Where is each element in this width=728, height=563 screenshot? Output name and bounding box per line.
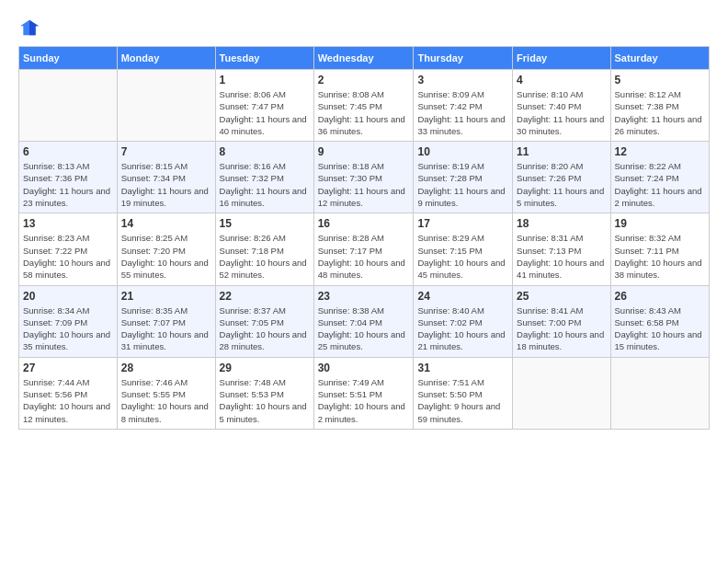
day-number: 8 <box>220 145 310 158</box>
day-info: Sunrise: 8:22 AM Sunset: 7:24 PM Dayligh… <box>615 160 705 209</box>
day-info: Sunrise: 8:26 AM Sunset: 7:18 PM Dayligh… <box>220 232 310 281</box>
day-number: 24 <box>417 290 508 303</box>
calendar-cell: 22Sunrise: 8:37 AM Sunset: 7:05 PM Dayli… <box>215 285 313 357</box>
day-number: 1 <box>220 74 310 86</box>
day-number: 16 <box>318 217 410 230</box>
day-info: Sunrise: 8:38 AM Sunset: 7:04 PM Dayligh… <box>318 304 410 353</box>
day-info: Sunrise: 8:29 AM Sunset: 7:15 PM Dayligh… <box>417 232 508 281</box>
day-info: Sunrise: 8:16 AM Sunset: 7:32 PM Dayligh… <box>220 160 310 209</box>
day-info: Sunrise: 8:20 AM Sunset: 7:26 PM Dayligh… <box>517 160 606 209</box>
day-info: Sunrise: 8:40 AM Sunset: 7:02 PM Dayligh… <box>417 304 508 353</box>
calendar-cell: 19Sunrise: 8:32 AM Sunset: 7:11 PM Dayli… <box>610 213 709 285</box>
day-info: Sunrise: 8:19 AM Sunset: 7:28 PM Dayligh… <box>417 160 508 209</box>
day-number: 28 <box>121 362 211 374</box>
day-info: Sunrise: 7:51 AM Sunset: 5:50 PM Dayligh… <box>417 376 508 425</box>
day-info: Sunrise: 8:13 AM Sunset: 7:36 PM Dayligh… <box>23 160 113 209</box>
day-number: 10 <box>417 145 508 158</box>
calendar-cell: 17Sunrise: 8:29 AM Sunset: 7:15 PM Dayli… <box>414 213 513 285</box>
day-number: 13 <box>23 217 113 230</box>
calendar-cell <box>610 357 709 429</box>
calendar-cell: 20Sunrise: 8:34 AM Sunset: 7:09 PM Dayli… <box>19 285 118 357</box>
calendar-cell: 15Sunrise: 8:26 AM Sunset: 7:18 PM Dayli… <box>215 213 313 285</box>
calendar-week-row: 13Sunrise: 8:23 AM Sunset: 7:22 PM Dayli… <box>19 213 710 285</box>
day-info: Sunrise: 7:44 AM Sunset: 5:56 PM Dayligh… <box>23 376 113 425</box>
calendar-week-row: 1Sunrise: 8:06 AM Sunset: 7:47 PM Daylig… <box>19 70 710 142</box>
calendar-cell: 18Sunrise: 8:31 AM Sunset: 7:13 PM Dayli… <box>513 213 610 285</box>
header-row: SundayMondayTuesdayWednesdayThursdayFrid… <box>19 47 710 70</box>
page-header <box>18 18 710 37</box>
day-number: 23 <box>318 290 410 303</box>
day-info: Sunrise: 8:09 AM Sunset: 7:42 PM Dayligh… <box>417 88 508 137</box>
calendar-cell: 14Sunrise: 8:25 AM Sunset: 7:20 PM Dayli… <box>117 213 215 285</box>
calendar-table: SundayMondayTuesdayWednesdayThursdayFrid… <box>18 46 710 430</box>
day-info: Sunrise: 8:08 AM Sunset: 7:45 PM Dayligh… <box>318 88 410 137</box>
day-number: 15 <box>220 217 310 230</box>
calendar-cell: 1Sunrise: 8:06 AM Sunset: 7:47 PM Daylig… <box>215 70 313 142</box>
calendar-cell: 3Sunrise: 8:09 AM Sunset: 7:42 PM Daylig… <box>414 70 513 142</box>
calendar-cell: 23Sunrise: 8:38 AM Sunset: 7:04 PM Dayli… <box>313 285 414 357</box>
weekday-header: Wednesday <box>313 47 414 70</box>
calendar-cell: 5Sunrise: 8:12 AM Sunset: 7:38 PM Daylig… <box>610 70 709 142</box>
day-number: 26 <box>615 290 705 303</box>
calendar-cell: 11Sunrise: 8:20 AM Sunset: 7:26 PM Dayli… <box>513 142 610 213</box>
day-number: 21 <box>121 290 211 303</box>
day-number: 9 <box>318 145 410 158</box>
calendar-cell <box>117 70 215 142</box>
calendar-cell: 4Sunrise: 8:10 AM Sunset: 7:40 PM Daylig… <box>513 70 610 142</box>
calendar-cell <box>19 70 118 142</box>
day-info: Sunrise: 8:15 AM Sunset: 7:34 PM Dayligh… <box>121 160 211 209</box>
logo-icon <box>18 18 40 37</box>
day-number: 3 <box>417 74 508 86</box>
calendar-cell: 8Sunrise: 8:16 AM Sunset: 7:32 PM Daylig… <box>215 142 313 213</box>
day-number: 29 <box>220 362 310 374</box>
calendar-cell: 27Sunrise: 7:44 AM Sunset: 5:56 PM Dayli… <box>19 357 118 429</box>
day-info: Sunrise: 8:25 AM Sunset: 7:20 PM Dayligh… <box>121 232 211 281</box>
day-number: 12 <box>615 145 705 158</box>
day-number: 11 <box>517 145 606 158</box>
day-number: 19 <box>615 217 705 230</box>
day-info: Sunrise: 8:28 AM Sunset: 7:17 PM Dayligh… <box>318 232 410 281</box>
day-info: Sunrise: 7:48 AM Sunset: 5:53 PM Dayligh… <box>220 376 310 425</box>
weekday-header: Monday <box>117 47 215 70</box>
calendar-cell: 25Sunrise: 8:41 AM Sunset: 7:00 PM Dayli… <box>513 285 610 357</box>
weekday-header: Saturday <box>610 47 709 70</box>
calendar-cell: 26Sunrise: 8:43 AM Sunset: 6:58 PM Dayli… <box>610 285 709 357</box>
day-info: Sunrise: 8:12 AM Sunset: 7:38 PM Dayligh… <box>615 88 705 137</box>
day-info: Sunrise: 7:49 AM Sunset: 5:51 PM Dayligh… <box>318 376 410 425</box>
logo <box>18 18 44 37</box>
day-number: 17 <box>417 217 508 230</box>
day-info: Sunrise: 8:34 AM Sunset: 7:09 PM Dayligh… <box>23 304 113 353</box>
day-number: 30 <box>318 362 410 374</box>
calendar-week-row: 20Sunrise: 8:34 AM Sunset: 7:09 PM Dayli… <box>19 285 710 357</box>
weekday-header: Friday <box>513 47 610 70</box>
calendar-week-row: 27Sunrise: 7:44 AM Sunset: 5:56 PM Dayli… <box>19 357 710 429</box>
day-info: Sunrise: 8:31 AM Sunset: 7:13 PM Dayligh… <box>517 232 606 281</box>
day-info: Sunrise: 8:06 AM Sunset: 7:47 PM Dayligh… <box>220 88 310 137</box>
calendar-cell: 30Sunrise: 7:49 AM Sunset: 5:51 PM Dayli… <box>313 357 414 429</box>
day-info: Sunrise: 8:35 AM Sunset: 7:07 PM Dayligh… <box>121 304 211 353</box>
weekday-header: Tuesday <box>215 47 313 70</box>
calendar-cell: 24Sunrise: 8:40 AM Sunset: 7:02 PM Dayli… <box>414 285 513 357</box>
calendar-cell: 29Sunrise: 7:48 AM Sunset: 5:53 PM Dayli… <box>215 357 313 429</box>
day-info: Sunrise: 8:43 AM Sunset: 6:58 PM Dayligh… <box>615 304 705 353</box>
day-info: Sunrise: 8:23 AM Sunset: 7:22 PM Dayligh… <box>23 232 113 281</box>
calendar-week-row: 6Sunrise: 8:13 AM Sunset: 7:36 PM Daylig… <box>19 142 710 213</box>
calendar-cell: 28Sunrise: 7:46 AM Sunset: 5:55 PM Dayli… <box>117 357 215 429</box>
calendar-cell: 10Sunrise: 8:19 AM Sunset: 7:28 PM Dayli… <box>414 142 513 213</box>
day-number: 20 <box>23 290 113 303</box>
weekday-header: Sunday <box>19 47 118 70</box>
calendar-cell <box>513 357 610 429</box>
weekday-header: Thursday <box>414 47 513 70</box>
calendar-cell: 9Sunrise: 8:18 AM Sunset: 7:30 PM Daylig… <box>313 142 414 213</box>
calendar-cell: 16Sunrise: 8:28 AM Sunset: 7:17 PM Dayli… <box>313 213 414 285</box>
day-number: 7 <box>121 145 211 158</box>
day-info: Sunrise: 8:41 AM Sunset: 7:00 PM Dayligh… <box>517 304 606 353</box>
calendar-cell: 2Sunrise: 8:08 AM Sunset: 7:45 PM Daylig… <box>313 70 414 142</box>
day-info: Sunrise: 7:46 AM Sunset: 5:55 PM Dayligh… <box>121 376 211 425</box>
calendar-cell: 6Sunrise: 8:13 AM Sunset: 7:36 PM Daylig… <box>19 142 118 213</box>
day-info: Sunrise: 8:18 AM Sunset: 7:30 PM Dayligh… <box>318 160 410 209</box>
day-number: 2 <box>318 74 410 86</box>
day-number: 4 <box>517 74 606 86</box>
day-number: 5 <box>615 74 705 86</box>
day-number: 14 <box>121 217 211 230</box>
